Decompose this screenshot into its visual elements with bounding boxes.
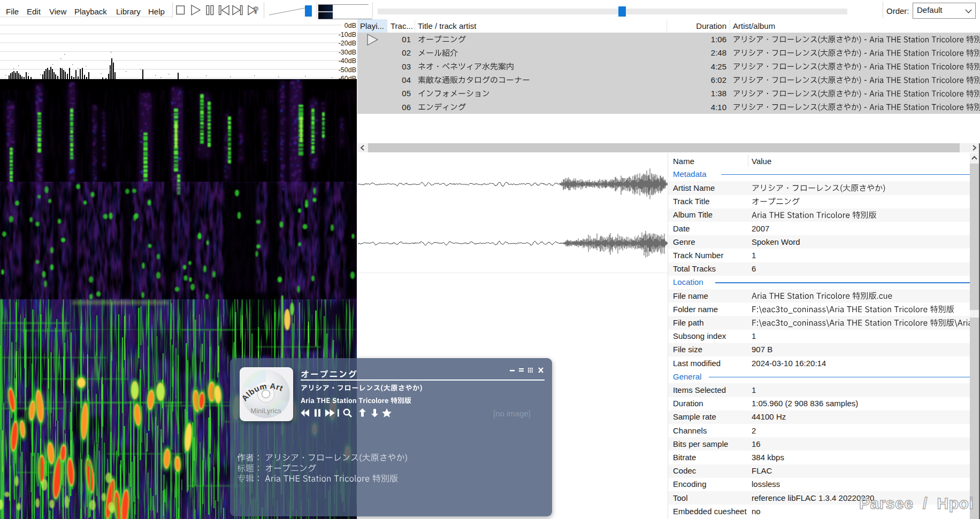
svg-text:Parsee / Hpoi: Parsee / Hpoi [859, 494, 974, 512]
svg-text:MiniLyrics: MiniLyrics [250, 407, 281, 415]
